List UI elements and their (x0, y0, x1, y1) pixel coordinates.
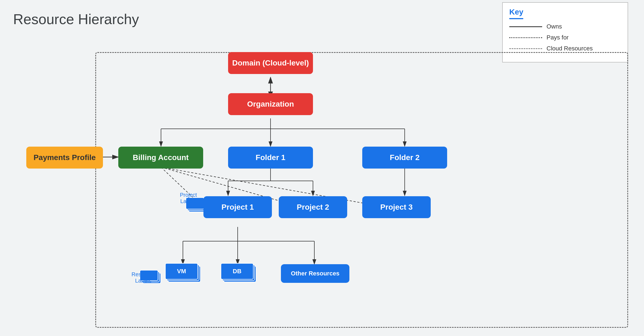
other-resources-node: Other Resources (281, 264, 349, 283)
project3-node: Project 3 (362, 196, 431, 218)
project2-node: Project 2 (279, 196, 347, 218)
resource-labels-label: Resource Labels (128, 271, 158, 284)
folder2-node: Folder 2 (362, 147, 447, 169)
diagram: Domain (Cloud-level) Organization Billin… (13, 36, 628, 328)
folder1-node: Folder 1 (228, 147, 313, 169)
organization-node: Organization (228, 93, 313, 115)
hierarchy-container (95, 52, 628, 328)
solid-line-icon (509, 26, 542, 27)
key-owns-label: Owns (547, 23, 562, 30)
payments-profile-node: Payments Profile (26, 147, 103, 169)
key-title: Key (509, 8, 523, 19)
project1-node: Project 1 (203, 196, 272, 218)
page-title: Resource Hierarchy (13, 11, 139, 27)
project-labels-label: Project Labels (175, 192, 202, 204)
billing-account-node: Billing Account (118, 147, 203, 169)
domain-node: Domain (Cloud-level) (228, 52, 313, 74)
